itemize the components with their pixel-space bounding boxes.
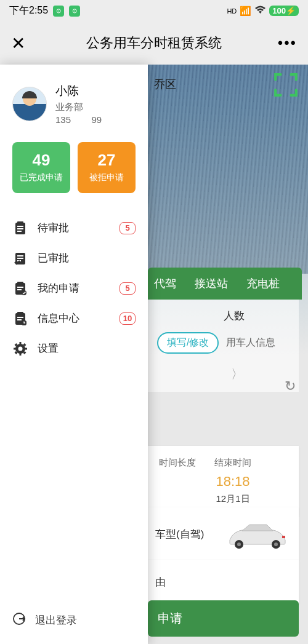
reason-label: 由 — [155, 576, 166, 588]
my-apply-badge: 5 — [120, 282, 136, 295]
form-panel: 人数 填写/修改 用车人信息 〉 ↻ — [148, 300, 299, 392]
menu-settings-label: 设置 — [38, 341, 59, 356]
clipboard-icon — [12, 221, 28, 235]
service-tabs: 代驾 接送站 充电桩 — [148, 268, 302, 300]
svg-point-3 — [274, 543, 278, 546]
status-bar: 下午2:55 ⊙ ⊙ HD 📶 100⚡ — [0, 0, 308, 22]
title-bar: ✕ 公务用车分时租赁系统 ••• — [0, 22, 308, 65]
car-image — [224, 519, 291, 549]
apply-button[interactable]: 申请 — [148, 600, 299, 637]
profile-section: 小陈 业务部 135 99 — [12, 83, 136, 125]
logout-label: 退出登录 — [35, 613, 77, 627]
reason-card[interactable]: 由 — [148, 560, 299, 605]
svg-point-22 — [18, 346, 23, 351]
avatar[interactable] — [12, 87, 47, 121]
completed-card[interactable]: 49 已完成申请 — [12, 142, 70, 193]
duration-label: 时间长度 — [159, 457, 196, 469]
sidebar-menu: 待审批 5 已审批 我的申请 5 信息中心 10 设置 — [12, 215, 136, 362]
menu-approved[interactable]: 已审批 — [12, 245, 136, 271]
menu-pending[interactable]: 待审批 5 — [12, 215, 136, 241]
menu-my-apply[interactable]: 我的申请 5 — [12, 275, 136, 301]
car-type-label: 车型(自驾) — [155, 527, 204, 541]
completed-count: 49 — [16, 151, 67, 170]
svg-rect-26 — [25, 348, 27, 349]
svg-rect-25 — [14, 348, 16, 349]
gear-icon — [12, 342, 28, 356]
pending-badge: 5 — [120, 222, 136, 234]
chevron-right-icon[interactable]: 〉 — [231, 366, 290, 383]
svg-rect-6 — [17, 221, 23, 225]
user-dept: 业务部 — [55, 101, 102, 113]
svg-rect-24 — [20, 353, 22, 356]
menu-settings[interactable]: 设置 — [12, 335, 136, 362]
time-card: 时间长度 结束时间 18:18 12月1日 — [148, 446, 299, 516]
user-name: 小陈 — [55, 83, 102, 99]
svg-rect-17 — [17, 312, 23, 315]
svg-rect-12 — [17, 282, 23, 285]
scan-icon[interactable] — [273, 72, 299, 98]
status-icon-1: ⊙ — [53, 6, 64, 17]
user-info-text: 用车人信息 — [226, 336, 275, 349]
logout-icon — [12, 612, 26, 629]
people-label: 人数 — [224, 309, 245, 323]
svg-rect-9 — [17, 231, 22, 232]
svg-rect-23 — [20, 342, 22, 344]
close-icon[interactable]: ✕ — [11, 33, 25, 54]
car-type-card[interactable]: 车型(自驾) — [148, 507, 299, 560]
wifi-icon — [254, 6, 266, 16]
menu-pending-label: 待审批 — [38, 221, 69, 235]
status-icon-2: ⊙ — [69, 6, 80, 17]
sidebar-drawer: 小陈 业务部 135 99 49 已完成申请 27 被拒申请 待审批 5 已审批… — [0, 65, 148, 644]
completed-label: 已完成申请 — [16, 172, 67, 183]
tab-charge[interactable]: 充电桩 — [246, 276, 280, 291]
menu-info-center[interactable]: 信息中心 10 — [12, 305, 136, 332]
signal-icon: 📶 — [240, 6, 251, 17]
fill-edit-button[interactable]: 填写/修改 — [157, 332, 219, 354]
clipboard-clock-icon — [12, 312, 28, 325]
user-phone: 135 99 — [55, 114, 102, 125]
page-title: 公务用车分时租赁系统 — [86, 34, 222, 52]
more-icon[interactable]: ••• — [278, 34, 297, 52]
clipboard-user-icon — [12, 282, 28, 295]
svg-rect-18 — [17, 317, 23, 318]
rejected-card[interactable]: 27 被拒申请 — [78, 142, 136, 193]
svg-rect-4 — [282, 536, 285, 538]
end-date: 12月1日 — [214, 493, 251, 505]
logout-button[interactable]: 退出登录 — [12, 612, 77, 629]
svg-rect-13 — [17, 287, 23, 288]
menu-info-label: 信息中心 — [38, 311, 79, 325]
end-time: 18:18 — [214, 474, 251, 490]
battery-icon: 100⚡ — [269, 6, 299, 16]
end-label: 结束时间 — [214, 457, 251, 469]
document-check-icon — [12, 252, 28, 265]
svg-point-1 — [237, 543, 241, 546]
menu-approved-label: 已审批 — [38, 251, 69, 265]
stat-cards: 49 已完成申请 27 被拒申请 — [12, 142, 136, 193]
rejected-count: 27 — [81, 151, 132, 170]
tab-daijia[interactable]: 代驾 — [154, 276, 176, 291]
svg-rect-14 — [17, 289, 22, 290]
svg-rect-8 — [17, 228, 23, 229]
svg-rect-19 — [17, 319, 22, 320]
rejected-label: 被拒申请 — [81, 172, 132, 183]
info-badge: 10 — [120, 312, 136, 325]
refresh-icon[interactable]: ↻ — [285, 378, 296, 394]
clock-text: 下午2:55 — [9, 4, 48, 17]
menu-my-apply-label: 我的申请 — [38, 281, 79, 295]
hd-icon: HD — [227, 7, 237, 15]
tab-pickup[interactable]: 接送站 — [195, 276, 228, 291]
svg-rect-7 — [17, 226, 23, 227]
region-text: 乔区 — [154, 77, 176, 92]
